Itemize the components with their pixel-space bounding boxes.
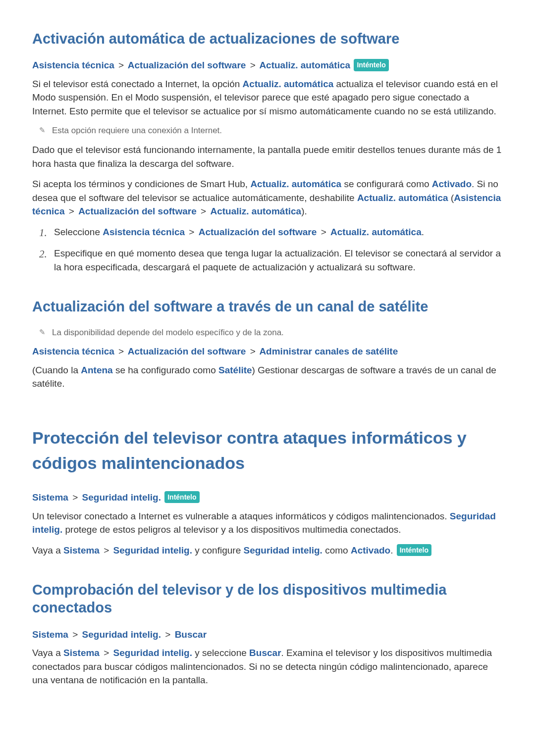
ui-term: Actualiz. automática (250, 179, 341, 189)
breadcrumb-separator: > (102, 648, 110, 658)
try-now-button[interactable]: Inténtelo (397, 544, 431, 556)
breadcrumb-item: Actualización del software (128, 346, 246, 356)
paragraph: Un televisor conectado a Internet es vul… (32, 509, 503, 537)
ui-term: Seguridad intelig. (113, 648, 192, 658)
breadcrumb-separator: > (71, 629, 79, 640)
ui-term: Actualización del software (78, 206, 197, 216)
heading-auto-update: Activación automática de actualizaciones… (32, 30, 503, 48)
paragraph: Vaya a Sistema > Seguridad intelig. y se… (32, 646, 503, 687)
note-text: Esta opción requiere una conexión a Inte… (52, 125, 503, 137)
breadcrumb-item: Administrar canales de satélite (259, 346, 398, 356)
try-now-button[interactable]: Inténtelo (164, 491, 199, 503)
heading-check-devices: Comprobación del televisor y de los disp… (32, 581, 503, 617)
note-icon: ✎ (39, 125, 52, 135)
paragraph: (Cuando la Antena se ha configurado como… (32, 363, 503, 391)
breadcrumb-item: Sistema (32, 629, 68, 640)
ordered-steps: Seleccione Asistencia técnica > Actualiz… (32, 225, 503, 274)
breadcrumb-separator: > (187, 227, 196, 237)
text: Vaya a (32, 545, 63, 555)
breadcrumb: Asistencia técnica > Actualización del s… (32, 58, 503, 72)
ui-term: Sistema (63, 648, 100, 658)
paragraph: Dado que el televisor está funcionando i… (32, 143, 503, 170)
text: protege de estos peligros al televisor y… (62, 524, 401, 535)
ui-term: Activado (432, 179, 472, 189)
ui-term: Antena (81, 365, 112, 375)
heading-satellite-update: Actualización del software a través de u… (32, 298, 503, 315)
note-icon: ✎ (39, 327, 52, 337)
text: Si acepta los términos y condiciones de … (32, 179, 250, 189)
ui-term: Actualiz. automática (243, 79, 334, 89)
breadcrumb-item: Buscar (175, 629, 207, 640)
text: Un televisor conectado a Internet es vul… (32, 511, 450, 521)
paragraph: Si el televisor está conectado a Interne… (32, 77, 503, 118)
breadcrumb-separator: > (117, 346, 125, 356)
breadcrumb: Sistema > Seguridad intelig. > Buscar (32, 628, 503, 642)
breadcrumb-separator: > (102, 545, 110, 555)
paragraph: Si acepta los términos y condiciones de … (32, 177, 503, 218)
breadcrumb-separator: > (71, 492, 79, 503)
breadcrumb-separator: > (249, 60, 257, 70)
text: ( (448, 193, 454, 203)
breadcrumb-separator: > (64, 206, 78, 216)
breadcrumb: Sistema > Seguridad intelig. Inténtelo (32, 491, 503, 504)
heading-security: Protección del televisor contra ataques … (32, 425, 503, 476)
document-page: Activación automática de actualizaciones… (0, 0, 535, 724)
ui-term: Asistencia técnica (103, 227, 185, 237)
text: y seleccione (192, 648, 249, 658)
ui-term: Buscar (249, 648, 281, 658)
ui-term: Seguridad intelig. (243, 545, 322, 555)
note-text: La disponibilidad depende del modelo esp… (52, 327, 503, 339)
breadcrumb-separator: > (197, 206, 211, 216)
step-item: Seleccione Asistencia técnica > Actualiz… (32, 225, 503, 239)
note: ✎ Esta opción requiere una conexión a In… (39, 125, 503, 137)
breadcrumb-separator: > (249, 346, 257, 356)
step-item: Especifique en qué momento desea que ten… (32, 247, 503, 274)
ui-term: Actualización del software (199, 227, 317, 237)
breadcrumb-item: Asistencia técnica (32, 60, 114, 70)
paragraph: Vaya a Sistema > Seguridad intelig. y co… (32, 544, 503, 557)
ui-term: Seguridad intelig. (113, 545, 192, 555)
text: ). (301, 206, 307, 216)
ui-term: Sistema (63, 545, 100, 555)
text: . (390, 545, 396, 555)
ui-term: Activado (351, 545, 390, 555)
ui-term: Actualiz. automática (210, 206, 301, 216)
text: Vaya a (32, 648, 63, 658)
breadcrumb-item: Seguridad intelig. (82, 492, 161, 503)
text: Seleccione (54, 227, 103, 237)
text: como (322, 545, 351, 555)
text: se ha configurado como (113, 365, 218, 375)
try-now-button[interactable]: Inténtelo (354, 59, 388, 71)
breadcrumb: Asistencia técnica > Actualización del s… (32, 345, 503, 358)
text: (Cuando la (32, 365, 81, 375)
ui-term: Satélite (218, 365, 252, 375)
ui-term: Actualiz. automática (330, 227, 422, 237)
breadcrumb-item: Actualización del software (128, 60, 246, 70)
breadcrumb-item: Sistema (32, 492, 68, 503)
ui-term: Actualiz. automática (357, 193, 448, 203)
text: se configurará como (341, 179, 432, 189)
text: y configure (192, 545, 244, 555)
breadcrumb-item: Asistencia técnica (32, 346, 114, 356)
note: ✎ La disponibilidad depende del modelo e… (39, 327, 503, 339)
text: Si el televisor está conectado a Interne… (32, 79, 243, 89)
breadcrumb-item: Actualiz. automática (259, 60, 350, 70)
breadcrumb-separator: > (163, 629, 172, 640)
breadcrumb-separator: > (117, 60, 125, 70)
breadcrumb-item: Seguridad intelig. (82, 629, 161, 640)
text: . (422, 227, 424, 237)
breadcrumb-separator: > (320, 227, 328, 237)
